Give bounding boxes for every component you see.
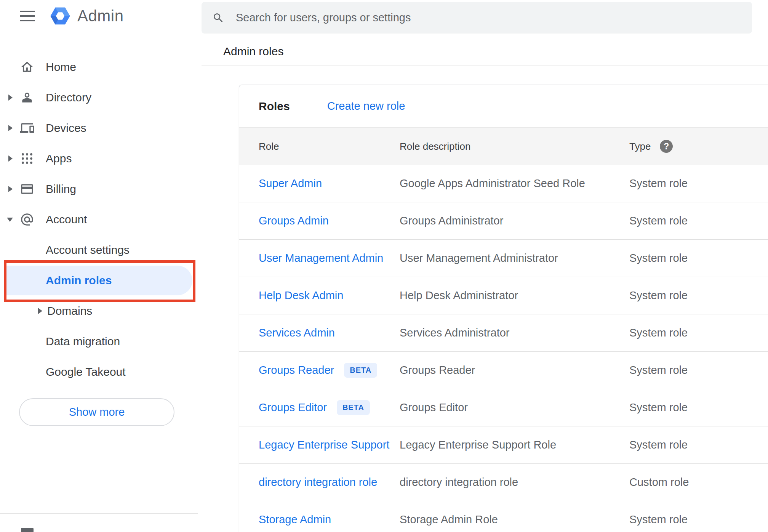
role-link[interactable]: Groups Editor — [259, 401, 327, 414]
role-type: Custom role — [629, 476, 768, 489]
role-description: User Management Administrator — [400, 252, 629, 264]
sidebar-item-domains[interactable]: Domains — [0, 296, 202, 326]
roles-title: Roles — [259, 100, 290, 113]
role-description: Help Desk Administrator — [400, 289, 629, 302]
create-new-role-link[interactable]: Create new role — [327, 100, 405, 112]
sidebar-item-label: Devices — [46, 122, 86, 135]
column-header-role-description: Role description — [400, 141, 629, 152]
logo-text: Admin — [77, 7, 124, 25]
roles-card: Roles Create new role Role Role descript… — [239, 85, 768, 532]
header-divider — [202, 66, 768, 66]
home-icon — [20, 60, 34, 74]
role-type: System role — [629, 364, 768, 377]
sidebar-item-home[interactable]: Home — [0, 52, 202, 82]
sidebar-item-data-migration[interactable]: Data migration — [0, 326, 202, 357]
expand-caret-icon[interactable] — [8, 155, 13, 162]
role-link[interactable]: Services Admin — [259, 327, 335, 339]
devices-icon — [20, 121, 34, 135]
person-icon — [20, 90, 34, 105]
sidebar-item-label: Home — [46, 61, 76, 74]
help-icon[interactable]: ? — [660, 140, 673, 153]
sidebar-item-billing[interactable]: Billing — [0, 174, 202, 204]
table-row: directory integration roledirectory inte… — [239, 464, 768, 501]
role-link[interactable]: directory integration role — [259, 476, 377, 489]
column-header-role: Role — [259, 141, 400, 152]
sidebar-item-google-takeout[interactable]: Google Takeout — [0, 357, 202, 387]
expand-caret-icon[interactable] — [8, 186, 13, 192]
role-link[interactable]: Super Admin — [259, 177, 322, 190]
role-link[interactable]: Storage Admin — [259, 513, 331, 526]
role-description: Services Administrator — [400, 327, 629, 339]
role-description: Groups Editor — [400, 401, 629, 414]
sidebar-item-admin-roles[interactable]: Admin roles — [0, 265, 202, 296]
cutoff-footer-icon — [21, 528, 34, 532]
role-description: Google Apps Administrator Seed Role — [400, 177, 629, 190]
expand-caret-icon[interactable] — [38, 308, 42, 314]
role-type: System role — [629, 401, 768, 414]
roles-card-header: Roles Create new role — [239, 85, 768, 127]
menu-icon[interactable] — [20, 11, 35, 21]
role-link[interactable]: User Management Admin — [259, 252, 383, 264]
sidebar-divider — [0, 513, 198, 514]
sidebar-item-directory[interactable]: Directory — [0, 82, 202, 113]
sidebar-item-label: Directory — [46, 91, 91, 104]
sidebar-item-label: Account — [46, 213, 87, 226]
search-icon — [212, 12, 224, 24]
role-link[interactable]: Help Desk Admin — [259, 289, 343, 302]
sidebar-item-label: Data migration — [46, 335, 120, 348]
sidebar-item-account[interactable]: Account — [0, 204, 202, 235]
sidebar-item-label: Apps — [46, 152, 72, 165]
role-cell: Legacy Enterprise Support — [259, 439, 400, 451]
card-icon — [20, 182, 34, 196]
role-cell: Storage Admin — [259, 513, 400, 526]
expand-caret-icon[interactable] — [8, 125, 13, 131]
sidebar-nav: HomeDirectoryDevicesAppsBillingAccountAc… — [0, 52, 202, 387]
sidebar-item-label: Billing — [46, 183, 76, 195]
role-cell: Services Admin — [259, 327, 400, 339]
role-link[interactable]: Groups Admin — [259, 215, 329, 227]
show-more-button[interactable]: Show more — [19, 398, 174, 426]
table-row: Services AdminServices AdministratorSyst… — [239, 314, 768, 352]
beta-badge: BETA — [344, 363, 377, 378]
role-description: Legacy Enterprise Support Role — [400, 439, 629, 451]
role-cell: Groups Admin — [259, 215, 400, 227]
expand-caret-icon[interactable] — [8, 95, 13, 101]
role-description: Storage Admin Role — [400, 513, 629, 526]
role-cell: User Management Admin — [259, 252, 400, 264]
table-row: User Management AdminUser Management Adm… — [239, 240, 768, 277]
collapse-caret-icon[interactable] — [7, 218, 13, 222]
sidebar-item-account-settings[interactable]: Account settings — [0, 235, 202, 265]
table-row: Groups AdminGroups AdministratorSystem r… — [239, 202, 768, 240]
search-bar[interactable] — [202, 2, 752, 34]
role-type: System role — [629, 215, 768, 227]
table-row: Legacy Enterprise SupportLegacy Enterpri… — [239, 426, 768, 464]
role-type: System role — [629, 289, 768, 302]
admin-console: Admin Admin roles HomeDirectoryDevicesAp… — [0, 0, 768, 532]
search-input[interactable] — [236, 11, 741, 24]
at-icon — [20, 212, 34, 227]
admin-hexagon-logo-icon — [48, 5, 72, 27]
sidebar-item-label: Admin roles — [46, 274, 112, 287]
role-type: System role — [629, 439, 768, 451]
sidebar-item-label: Account settings — [46, 244, 130, 256]
sidebar-item-label: Domains — [47, 304, 92, 317]
role-cell: directory integration role — [259, 476, 400, 489]
role-type: System role — [629, 177, 768, 190]
sidebar-item-devices[interactable]: Devices — [0, 113, 202, 143]
table-row: Storage AdminStorage Admin RoleSystem ro… — [239, 501, 768, 532]
table-row: Help Desk AdminHelp Desk AdministratorSy… — [239, 277, 768, 314]
role-link[interactable]: Legacy Enterprise Support — [259, 439, 389, 451]
admin-logo: Admin — [48, 5, 124, 27]
apps-icon — [20, 151, 34, 166]
role-cell: Help Desk Admin — [259, 289, 400, 302]
breadcrumb: Admin roles — [223, 45, 283, 58]
table-row: Super AdminGoogle Apps Administrator See… — [239, 165, 768, 202]
role-description: Groups Reader — [400, 364, 629, 377]
role-type: System role — [629, 513, 768, 526]
beta-badge: BETA — [337, 400, 370, 415]
role-link[interactable]: Groups Reader — [259, 364, 334, 377]
role-cell: Groups ReaderBETA — [259, 363, 400, 378]
sidebar-item-apps[interactable]: Apps — [0, 143, 202, 174]
role-cell: Groups EditorBETA — [259, 400, 400, 415]
sidebar-item-label: Google Takeout — [46, 365, 126, 378]
